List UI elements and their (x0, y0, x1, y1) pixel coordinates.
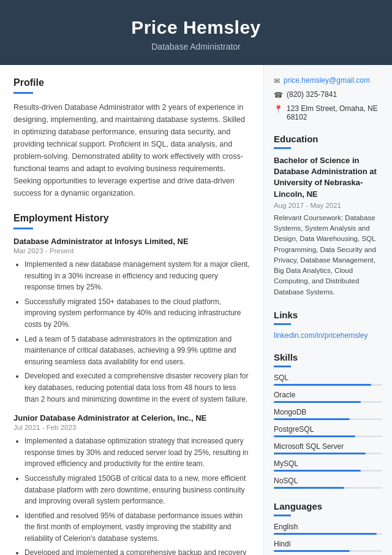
header: Price Hemsley Database Administrator (0, 0, 392, 65)
contact-section: ✉ price.hemsley@gmail.com ☎ (820) 325-78… (274, 76, 382, 121)
education-title: Education (274, 134, 382, 144)
job-item: Database Administrator at Infosys Limite… (13, 237, 250, 405)
language-item: English (274, 522, 382, 535)
skills-container: SQLOracleMongoDBPostgreSQLMicrosoft SQL … (274, 373, 382, 489)
contact-email: ✉ price.hemsley@gmail.com (274, 76, 382, 85)
email-link[interactable]: price.hemsley@gmail.com (284, 76, 370, 85)
skills-section: Skills SQLOracleMongoDBPostgreSQLMicroso… (274, 352, 382, 489)
skill-bar-fill (274, 435, 355, 437)
employment-divider (13, 228, 33, 229)
links-section: Links linkedin.com/in/pricehemsley (274, 310, 382, 340)
contact-address: 📍 123 Elm Street, Omaha, NE 68102 (274, 104, 382, 121)
link-item[interactable]: linkedin.com/in/pricehemsley (274, 331, 382, 340)
job-title: Junior Database Administrator at Celerio… (13, 413, 250, 423)
profile-text: Results-driven Database Administrator wi… (13, 101, 250, 199)
list-item: Developed and executed a comprehensive d… (24, 370, 250, 405)
profile-title: Profile (13, 77, 250, 88)
skill-name: PostgreSQL (274, 425, 382, 434)
skill-bar-bg (274, 435, 382, 437)
skill-bar-fill (274, 470, 361, 472)
education-divider (274, 147, 291, 149)
links-divider (274, 323, 291, 325)
candidate-title: Database Administrator (12, 42, 380, 52)
languages-section: Languages EnglishHindi (274, 501, 382, 552)
edu-degree: Bachelor of Science in Database Administ… (274, 155, 382, 200)
list-item: Identified and resolved 95% of database … (24, 510, 250, 545)
profile-divider (13, 92, 33, 94)
job-title: Database Administrator at Infosys Limite… (13, 237, 250, 246)
skill-item: Oracle (274, 391, 382, 403)
links-title: Links (274, 310, 382, 320)
language-bar-bg (274, 550, 382, 552)
skill-name: NoSQL (274, 477, 382, 485)
phone-text: (820) 325-7841 (287, 90, 337, 99)
language-item: Hindi (274, 540, 382, 552)
list-item: Developed and implemented a comprehensiv… (24, 547, 250, 555)
skill-bar-fill (274, 384, 371, 386)
skills-title: Skills (274, 352, 382, 362)
languages-title: Languages (274, 501, 382, 511)
skill-bar-bg (274, 487, 382, 489)
right-column: ✉ price.hemsley@gmail.com ☎ (820) 325-78… (263, 65, 392, 555)
skill-name: MySQL (274, 459, 382, 468)
left-column: Profile Results-driven Database Administ… (0, 65, 263, 555)
skill-bar-fill (274, 418, 350, 420)
edu-coursework: Relevant Coursework: Database Systems, S… (274, 213, 382, 297)
list-item: Successfully migrated 150GB of critical … (24, 473, 250, 507)
address-text: 123 Elm Street, Omaha, NE 68102 (287, 104, 382, 121)
skill-name: Microsoft SQL Server (274, 442, 382, 451)
job-date: Mar 2023 - Present (13, 247, 250, 255)
list-item: Led a team of 5 database administrators … (24, 334, 250, 368)
job-bullets: Implemented a new database management sy… (13, 259, 250, 405)
candidate-name: Price Hemsley (12, 17, 380, 38)
skill-bar-bg (274, 401, 382, 403)
languages-divider (274, 515, 291, 516)
skills-divider (274, 366, 291, 367)
jobs-container: Database Administrator at Infosys Limite… (13, 237, 250, 555)
skill-item: Microsoft SQL Server (274, 442, 382, 454)
education-section: Education Bachelor of Science in Databas… (274, 134, 382, 297)
language-bar-fill (274, 550, 350, 552)
skill-bar-fill (274, 401, 361, 403)
skill-name: SQL (274, 373, 382, 382)
skill-bar-bg (274, 470, 382, 472)
job-item: Junior Database Administrator at Celerio… (13, 413, 250, 555)
language-name: English (274, 522, 382, 531)
languages-container: EnglishHindi (274, 522, 382, 552)
skill-item: MySQL (274, 459, 382, 472)
edu-date: Aug 2017 - May 2021 (274, 202, 382, 209)
job-date: Jul 2021 - Feb 2023 (13, 424, 250, 431)
email-icon: ✉ (274, 77, 280, 85)
links-container: linkedin.com/in/pricehemsley (274, 331, 382, 340)
job-bullets: Implemented a database optimization stra… (13, 435, 250, 555)
employment-title: Employment History (13, 213, 250, 224)
phone-icon: ☎ (274, 91, 283, 99)
language-name: Hindi (274, 540, 382, 548)
skill-bar-fill (274, 453, 366, 454)
skill-name: Oracle (274, 391, 382, 399)
skill-bar-bg (274, 453, 382, 454)
contact-phone: ☎ (820) 325-7841 (274, 90, 382, 99)
skill-bar-bg (274, 384, 382, 386)
profile-section: Profile Results-driven Database Administ… (13, 77, 250, 199)
language-bar-fill (274, 533, 377, 535)
language-bar-bg (274, 533, 382, 535)
location-icon: 📍 (274, 105, 283, 113)
skill-item: PostgreSQL (274, 425, 382, 437)
list-item: Implemented a database optimization stra… (24, 435, 250, 470)
skill-bar-bg (274, 418, 382, 420)
employment-section: Employment History Database Administrato… (13, 213, 250, 555)
skill-bar-fill (274, 487, 344, 489)
skill-item: MongoDB (274, 408, 382, 420)
skill-item: NoSQL (274, 477, 382, 489)
skill-item: SQL (274, 373, 382, 386)
skill-name: MongoDB (274, 408, 382, 416)
list-item: Implemented a new database management sy… (24, 259, 250, 293)
list-item: Successfully migrated 150+ databases to … (24, 296, 250, 331)
